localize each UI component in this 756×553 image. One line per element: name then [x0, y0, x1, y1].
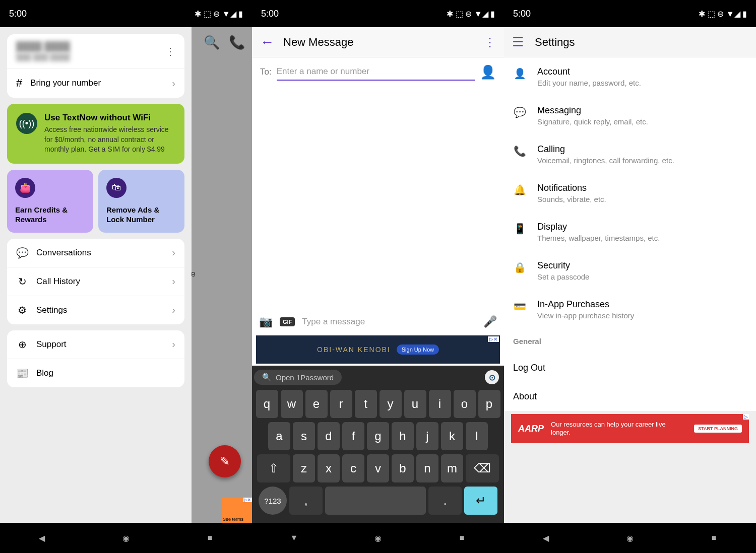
app-header: ☰ Settings — [504, 27, 756, 57]
nav-back[interactable]: ◀ — [32, 528, 52, 548]
keyboard-row-4: ?123 , . ↵ — [254, 487, 502, 515]
ad-cta-button[interactable]: Sign Up Now — [397, 344, 439, 355]
key-m[interactable]: m — [441, 454, 463, 482]
screen-content: ← New Message ⋮ To: 👤 📷 GIF Type a messa… — [252, 27, 504, 523]
earn-credits-tile[interactable]: 👛 Earn Credits & Rewards — [7, 170, 93, 233]
key-g[interactable]: g — [367, 422, 389, 450]
hamburger-icon[interactable]: ☰ — [512, 34, 524, 50]
ad-close-icon[interactable]: ▷ — [743, 414, 749, 420]
key-x[interactable]: x — [318, 454, 340, 482]
settings-item-security[interactable]: 🔒SecuritySet a passcode — [504, 251, 756, 290]
key-q[interactable]: q — [256, 390, 278, 418]
nav-recent[interactable]: ■ — [200, 528, 220, 548]
mic-icon[interactable]: 🎤 — [483, 315, 497, 328]
settings-item-notifications[interactable]: 🔔NotificationsSounds, vibrate, etc. — [504, 174, 756, 213]
key-l[interactable]: l — [466, 422, 488, 450]
message-input[interactable]: Type a message — [302, 317, 476, 327]
logout-item[interactable]: Log Out — [504, 354, 756, 382]
key-h[interactable]: h — [392, 422, 414, 450]
status-icons: ✱ ⬚ ⊖ ▼◢ ▮ — [699, 9, 747, 19]
item-icon: 💬 — [513, 106, 526, 118]
system-nav-bar: ◀ ◉ ■ — [0, 523, 252, 553]
settings-item-display[interactable]: 📱DisplayThemes, wallpaper, timestamps, e… — [504, 213, 756, 251]
key-y[interactable]: y — [380, 390, 402, 418]
backspace-key[interactable]: ⌫ — [466, 454, 499, 482]
bring-number-row[interactable]: # Bring your number › — [7, 68, 184, 98]
menu-settings[interactable]: ⚙ Settings › — [7, 296, 184, 324]
nav-home[interactable]: ◉ — [368, 528, 388, 548]
wallet-icon: 👛 — [15, 178, 35, 198]
nav-recent[interactable]: ■ — [704, 528, 724, 548]
compose-fab[interactable]: ✎ — [209, 445, 241, 477]
menu-blog[interactable]: 📰 Blog — [7, 359, 184, 387]
nav-recent[interactable]: ■ — [452, 528, 472, 548]
menu-label: Conversations — [36, 248, 91, 258]
item-icon: 📱 — [513, 223, 526, 235]
profile-row[interactable]: ████ ████ ███ ███ ████ ⋮ — [7, 34, 184, 68]
menu-support[interactable]: ⊕ Support › — [7, 330, 184, 359]
key-v[interactable]: v — [367, 454, 389, 482]
back-arrow-icon[interactable]: ← — [260, 34, 274, 50]
key-z[interactable]: z — [293, 454, 315, 482]
key-j[interactable]: j — [416, 422, 438, 450]
numeric-key[interactable]: ?123 — [259, 487, 287, 515]
period-key[interactable]: . — [428, 487, 462, 515]
gif-button[interactable]: GIF — [280, 317, 295, 326]
settings-item-account[interactable]: 👤AccountEdit your name, password, etc. — [504, 57, 756, 96]
menu-conversations[interactable]: 💬 Conversations › — [7, 239, 184, 267]
camera-icon[interactable]: 📷 — [259, 315, 273, 328]
shift-key[interactable]: ⇧ — [257, 454, 290, 482]
nav-keyboard-hide[interactable]: ▼ — [284, 528, 304, 548]
enter-key[interactable]: ↵ — [464, 487, 497, 515]
item-subtitle: Set a passcode — [537, 272, 589, 281]
more-icon[interactable]: ⋮ — [165, 45, 175, 57]
key-k[interactable]: k — [441, 422, 463, 450]
about-item[interactable]: About — [504, 382, 756, 411]
key-t[interactable]: t — [355, 390, 377, 418]
key-c[interactable]: c — [342, 454, 364, 482]
ad-banner-small[interactable]: ▷✕ See terms — [222, 498, 252, 523]
password-suggestion[interactable]: 🔍 Open 1Password — [254, 370, 342, 385]
to-field-row: To: 👤 — [252, 57, 504, 87]
key-r[interactable]: r — [330, 390, 352, 418]
item-title: Display — [537, 222, 660, 232]
key-i[interactable]: i — [429, 390, 451, 418]
onepassword-icon[interactable]: ⊙ — [485, 370, 499, 384]
ad-close-icon[interactable]: ▷✕ — [243, 498, 252, 502]
key-f[interactable]: f — [342, 422, 364, 450]
ad-close-icon[interactable]: ▷✕ — [488, 336, 499, 342]
key-a[interactable]: a — [268, 422, 290, 450]
menu-call-history[interactable]: ↻ Call History › — [7, 267, 184, 296]
key-b[interactable]: b — [392, 454, 414, 482]
settings-item-calling[interactable]: 📞CallingVoicemail, ringtones, call forwa… — [504, 135, 756, 174]
tiles-row: 👛 Earn Credits & Rewards 🛍 Remove Ads & … — [7, 170, 184, 233]
ad-banner[interactable]: OBI-WAN KENOBI Sign Up Now ▷✕ — [256, 335, 500, 364]
nav-home[interactable]: ◉ — [620, 528, 640, 548]
settings-item-messaging[interactable]: 💬MessagingSignature, quick reply, email,… — [504, 96, 756, 135]
nav-back[interactable]: ◀ — [536, 528, 556, 548]
settings-item-in-app-purchases[interactable]: 💳In-App PurchasesView in-app purchase hi… — [504, 290, 756, 329]
contact-icon[interactable]: 👤 — [480, 64, 496, 80]
key-w[interactable]: w — [281, 390, 303, 418]
key-e[interactable]: e — [305, 390, 328, 418]
key-p[interactable]: p — [478, 390, 500, 418]
recipient-input[interactable] — [277, 63, 475, 81]
item-title: Calling — [537, 144, 674, 155]
tile2-label: Remove Ads & Lock Number — [106, 205, 176, 225]
promo-card[interactable]: ((•)) Use TextNow without WiFi Access fr… — [7, 104, 184, 164]
key-o[interactable]: o — [454, 390, 476, 418]
key-u[interactable]: u — [404, 390, 426, 418]
space-key[interactable] — [325, 487, 426, 515]
key-n[interactable]: n — [416, 454, 438, 482]
nav-home[interactable]: ◉ — [116, 528, 136, 548]
remove-ads-tile[interactable]: 🛍 Remove Ads & Lock Number — [98, 170, 184, 233]
ad-banner[interactable]: AARP Our resources can help your career … — [511, 414, 749, 443]
ad-logo: AARP — [518, 424, 544, 434]
comma-key[interactable]: , — [289, 487, 323, 515]
key-s[interactable]: s — [293, 422, 315, 450]
pencil-icon: ✎ — [220, 454, 230, 468]
more-icon[interactable]: ⋮ — [484, 35, 496, 49]
gear-icon: ⚙ — [16, 304, 28, 316]
key-d[interactable]: d — [318, 422, 340, 450]
ad-cta-button[interactable]: START PLANNING — [694, 425, 742, 433]
